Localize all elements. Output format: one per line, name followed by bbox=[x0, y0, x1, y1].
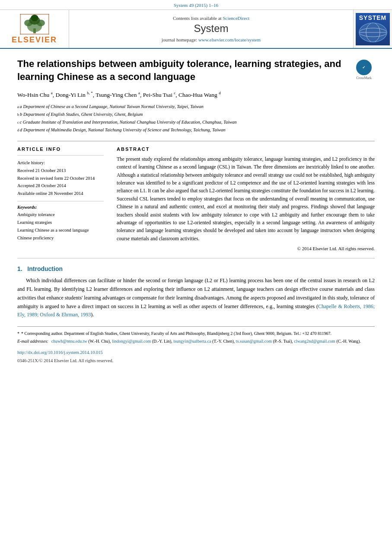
introduction-paragraph: Which individual differences can facilit… bbox=[17, 277, 375, 319]
keyword-4: Chinese proficiency bbox=[17, 234, 104, 242]
svg-rect-6 bbox=[20, 14, 49, 15]
elsevier-brand-text: ELSEVIER bbox=[12, 35, 57, 45]
article-title-section: The relationships between ambiguity tole… bbox=[17, 57, 375, 83]
available-date: Available online 28 November 2014 bbox=[17, 190, 104, 197]
journal-citation: System 49 (2015) 1–16 bbox=[0, 0, 392, 10]
affiliation-b: b b Department of English Studies, Ghent… bbox=[17, 111, 375, 118]
article-history: Article history: Received 21 October 201… bbox=[17, 159, 104, 197]
issn-line: 0346-251X/© 2014 Elsevier Ltd. All right… bbox=[17, 357, 375, 365]
email-row: E-mail addresses: chuwh@ntnu.edu.tw (W.-… bbox=[17, 338, 375, 345]
email-link-1[interactable]: chuwh@ntnu.edu.tw bbox=[51, 339, 87, 344]
footnote-star: * bbox=[17, 330, 19, 337]
svg-point-5 bbox=[31, 14, 38, 21]
email-link-4[interactable]: ts.susan@gmail.com bbox=[236, 339, 272, 344]
journal-center: Contents lists available at ScienceDirec… bbox=[69, 10, 353, 48]
article-info-column: ARTICLE INFO Article history: Received 2… bbox=[17, 146, 104, 251]
journal-homepage-link[interactable]: www.elsevier.com/locate/system bbox=[198, 37, 261, 42]
info-columns: ARTICLE INFO Article history: Received 2… bbox=[17, 146, 375, 251]
svg-rect-7 bbox=[20, 34, 49, 35]
email-link-3[interactable]: tsungyin@ualberta.ca bbox=[173, 339, 211, 344]
article-info-heading: ARTICLE INFO bbox=[17, 146, 104, 152]
affiliation-d: d d Department of Multimedia Design, Nat… bbox=[17, 126, 375, 134]
system-logo: SYSTEM bbox=[356, 13, 390, 45]
svg-rect-8 bbox=[20, 14, 21, 35]
sciencedirect-link[interactable]: ScienceDirect bbox=[223, 16, 249, 21]
abstract-heading: ABSTRACT bbox=[117, 146, 375, 152]
doi-link[interactable]: http://dx.doi.org/10.1016/j.system.2014.… bbox=[17, 350, 103, 355]
keywords-section: Keywords: Ambiguity tolerance Learning s… bbox=[17, 205, 104, 242]
affiliation-a: a a Department of Chinese as a Second La… bbox=[17, 103, 375, 111]
main-content: The relationships between ambiguity tole… bbox=[0, 49, 392, 373]
affiliation-c: c c Graduate Institute of Translation an… bbox=[17, 118, 375, 126]
accepted-date: Accepted 28 October 2014 bbox=[17, 182, 104, 190]
history-heading: Article history: bbox=[17, 159, 104, 167]
emails-text: chuwh@ntnu.edu.tw (W.-H. Chu), lindongyi… bbox=[50, 338, 361, 345]
emails-label: E-mail addresses: bbox=[17, 338, 48, 345]
section-divider bbox=[17, 258, 375, 258]
corresponding-note: * * Corresponding author. Department of … bbox=[17, 330, 375, 337]
corresponding-text: * Corresponding author. Department of En… bbox=[21, 330, 331, 337]
globe-icon bbox=[357, 21, 389, 44]
svg-rect-9 bbox=[48, 14, 49, 35]
received-date: Received 21 October 2013 bbox=[17, 167, 104, 175]
page-wrapper: System 49 (2015) 1–16 ELSEVIER bbox=[0, 0, 392, 535]
header-divider bbox=[17, 141, 375, 141]
crossmark-label: CrossMark bbox=[356, 76, 372, 80]
affiliations: a a Department of Chinese as a Second La… bbox=[17, 103, 375, 134]
elsevier-logo: ELSEVIER bbox=[0, 10, 69, 48]
crossmark-container: ✓ CrossMark bbox=[353, 57, 375, 80]
doi-line: http://dx.doi.org/10.1016/j.system.2014.… bbox=[17, 349, 375, 357]
journal-title: System bbox=[194, 22, 228, 35]
article-title: The relationships between ambiguity tole… bbox=[17, 57, 353, 83]
elsevier-tree-icon bbox=[19, 14, 50, 35]
authors-line: Wo-Hsin Chu a, Dong-Yi Lin b, *, Tsung-Y… bbox=[17, 90, 375, 99]
email-link-5[interactable]: clwang2nd@gmail.com bbox=[294, 339, 335, 344]
footnotes-section: * * Corresponding author. Department of … bbox=[17, 326, 375, 365]
crossmark-icon[interactable]: ✓ bbox=[356, 60, 372, 75]
system-logo-container: SYSTEM bbox=[353, 10, 392, 48]
keywords-heading: Keywords: bbox=[17, 205, 104, 210]
contents-available: Contents lists available at ScienceDirec… bbox=[173, 16, 249, 21]
abstract-text: The present study explored the relations… bbox=[117, 155, 375, 242]
keyword-1: Ambiguity tolerance bbox=[17, 211, 104, 219]
email-link-2[interactable]: lindongyi@gmail.com bbox=[112, 339, 151, 344]
citation-text: System 49 (2015) 1–16 bbox=[174, 3, 218, 8]
copyright-line: © 2014 Elsevier Ltd. All rights reserved… bbox=[117, 246, 375, 251]
revised-date: Received in revised form 22 October 2014 bbox=[17, 175, 104, 182]
reference-link-1[interactable]: Chapelle & Roberts, 1986; Ely, 1989; Oxf… bbox=[17, 303, 375, 318]
keyword-3: Learning Chinese as a second language bbox=[17, 226, 104, 234]
abstract-column: ABSTRACT The present study explored the … bbox=[117, 146, 375, 251]
keyword-2: Learning strategies bbox=[17, 219, 104, 226]
info-divider-top bbox=[17, 155, 104, 156]
introduction-heading: 1. Introduction bbox=[17, 265, 375, 272]
info-divider-bottom bbox=[17, 201, 104, 201]
journal-homepage: journal homepage: www.elsevier.com/locat… bbox=[162, 37, 261, 42]
journal-header: ELSEVIER Contents lists available at Sci… bbox=[0, 10, 392, 49]
